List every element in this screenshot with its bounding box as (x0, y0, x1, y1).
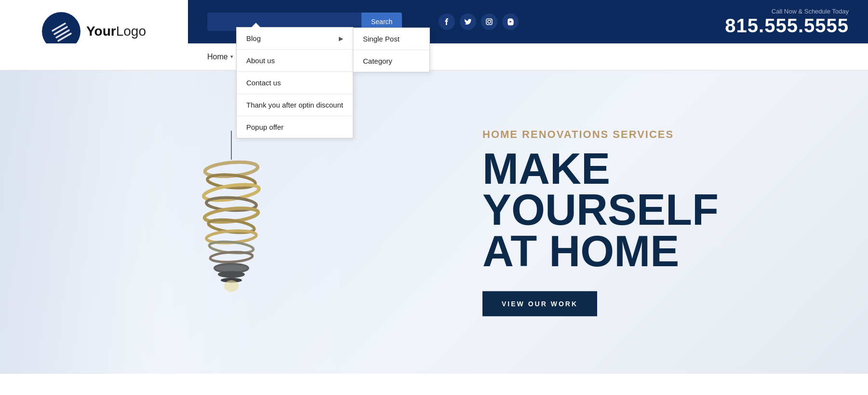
dropdown-thankyou-label: Thank you after optin discount (246, 101, 343, 109)
phone-label: Call Now & Schedule Today (725, 8, 849, 15)
nav-bar: Home ▾ Pages ▾ (0, 43, 868, 70)
hero-subtitle: Home Renovations Services (482, 128, 820, 140)
hero-title-line1: Make Yourself (482, 144, 719, 234)
phone-number: 815.555.5555 (725, 15, 849, 36)
facebook-icon[interactable] (439, 14, 455, 30)
dropdown-popup-label: Popup offer (246, 123, 283, 131)
svg-rect-5 (486, 19, 492, 25)
social-icons (439, 14, 519, 30)
hero-content: Home Renovations Services Make Yourself … (482, 128, 820, 316)
hero-title-line2: At Home (482, 227, 679, 275)
dropdown-item-about[interactable]: About us (237, 50, 353, 72)
hero-title: Make Yourself At Home (482, 148, 820, 272)
pages-dropdown: Blog ▶ Single Post Category About us Con… (236, 27, 353, 138)
nav-home-label: Home (207, 53, 228, 61)
dropdown-blog-label: Blog (246, 34, 261, 42)
twitter-icon[interactable] (460, 14, 476, 30)
blog-submenu-single-post[interactable]: Single Post (353, 28, 429, 50)
blog-submenu: Single Post Category (353, 27, 430, 72)
svg-point-19 (218, 271, 245, 278)
phone-section: Call Now & Schedule Today 815.555.5555 (725, 8, 849, 36)
logo-text: YourLogo (86, 24, 146, 39)
blog-submenu-category[interactable]: Category (353, 50, 429, 72)
dropdown-about-label: About us (246, 56, 275, 65)
dropdown-item-blog[interactable]: Blog ▶ Single Post Category (237, 27, 353, 50)
hero-section: Home Renovations Services Make Yourself … (0, 70, 868, 374)
dropdown-item-contact[interactable]: Contact us (237, 72, 353, 94)
nav-home-chevron: ▾ (230, 54, 233, 60)
dropdown-contact-label: Contact us (246, 79, 281, 87)
dropdown-item-popup[interactable]: Popup offer (237, 116, 353, 138)
svg-point-17 (210, 251, 253, 263)
youtube-icon[interactable] (502, 14, 519, 30)
svg-point-6 (488, 20, 491, 23)
cta-button[interactable]: View Our Work (482, 291, 597, 316)
blog-submenu-arrow: ▶ (339, 35, 343, 42)
svg-point-0 (48, 18, 75, 45)
svg-point-21 (224, 280, 239, 292)
dropdown-item-thankyou[interactable]: Thank you after optin discount (237, 94, 353, 116)
instagram-icon[interactable] (481, 14, 497, 30)
svg-point-7 (491, 20, 492, 21)
